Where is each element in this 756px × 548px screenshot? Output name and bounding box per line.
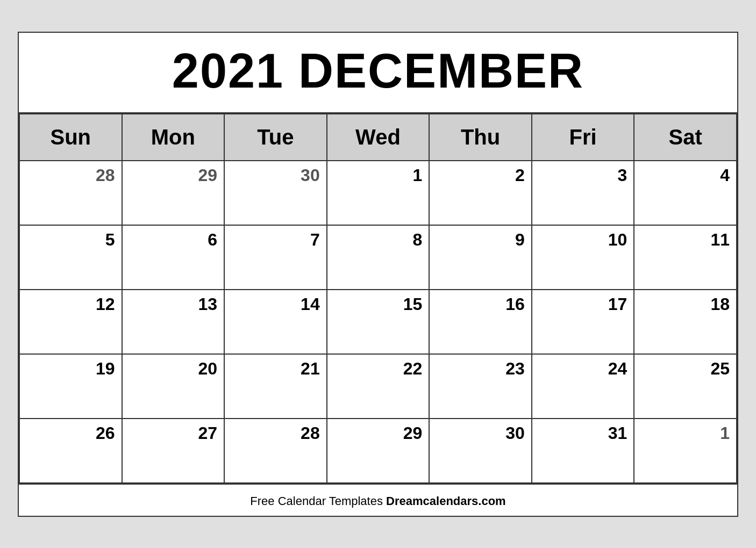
table-row: 4 [634, 161, 737, 225]
table-row: 3 [532, 161, 634, 225]
week-row-3: 12 13 14 15 16 17 18 [19, 290, 737, 354]
week-row-4: 19 20 21 22 23 24 25 [19, 354, 737, 419]
table-row: 13 [122, 290, 225, 354]
table-row: 22 [327, 354, 430, 419]
header-wed: Wed [327, 114, 430, 161]
week-row-1: 28 29 30 1 2 3 4 [19, 161, 737, 225]
table-row: 7 [224, 225, 327, 290]
table-row: 16 [429, 290, 532, 354]
footer-normal-text: Free Calendar Templates [250, 494, 386, 508]
footer-bold-text: Dreamcalendars.com [386, 494, 506, 508]
table-row: 20 [122, 354, 225, 419]
table-row: 25 [634, 354, 737, 419]
calendar-container: 2021 DECEMBER Sun Mon Tue Wed Thu Fri Sa… [18, 32, 738, 517]
table-row: 18 [634, 290, 737, 354]
table-row: 11 [634, 225, 737, 290]
header-fri: Fri [532, 114, 634, 161]
table-row: 28 [224, 419, 327, 483]
table-row: 15 [327, 290, 430, 354]
table-row: 14 [224, 290, 327, 354]
table-row: 31 [532, 419, 634, 483]
table-row: 10 [532, 225, 634, 290]
header-sun: Sun [19, 114, 122, 161]
table-row: 19 [19, 354, 122, 419]
week-row-5: 26 27 28 29 30 31 1 [19, 419, 737, 483]
table-row: 29 [327, 419, 430, 483]
table-row: 5 [19, 225, 122, 290]
calendar-title: 2021 DECEMBER [19, 33, 737, 113]
calendar-grid: Sun Mon Tue Wed Thu Fri Sat 28 29 30 1 2… [19, 113, 737, 484]
days-header-row: Sun Mon Tue Wed Thu Fri Sat [19, 114, 737, 161]
header-mon: Mon [122, 114, 225, 161]
table-row: 1 [327, 161, 430, 225]
calendar-footer: Free Calendar Templates Dreamcalendars.c… [19, 484, 737, 516]
table-row: 21 [224, 354, 327, 419]
table-row: 2 [429, 161, 532, 225]
table-row: 6 [122, 225, 225, 290]
header-thu: Thu [429, 114, 532, 161]
table-row: 30 [224, 161, 327, 225]
header-tue: Tue [224, 114, 327, 161]
table-row: 30 [429, 419, 532, 483]
table-row: 12 [19, 290, 122, 354]
table-row: 26 [19, 419, 122, 483]
table-row: 28 [19, 161, 122, 225]
week-row-2: 5 6 7 8 9 10 11 [19, 225, 737, 290]
header-sat: Sat [634, 114, 737, 161]
table-row: 17 [532, 290, 634, 354]
table-row: 27 [122, 419, 225, 483]
table-row: 1 [634, 419, 737, 483]
table-row: 8 [327, 225, 430, 290]
table-row: 9 [429, 225, 532, 290]
table-row: 23 [429, 354, 532, 419]
table-row: 29 [122, 161, 225, 225]
table-row: 24 [532, 354, 634, 419]
